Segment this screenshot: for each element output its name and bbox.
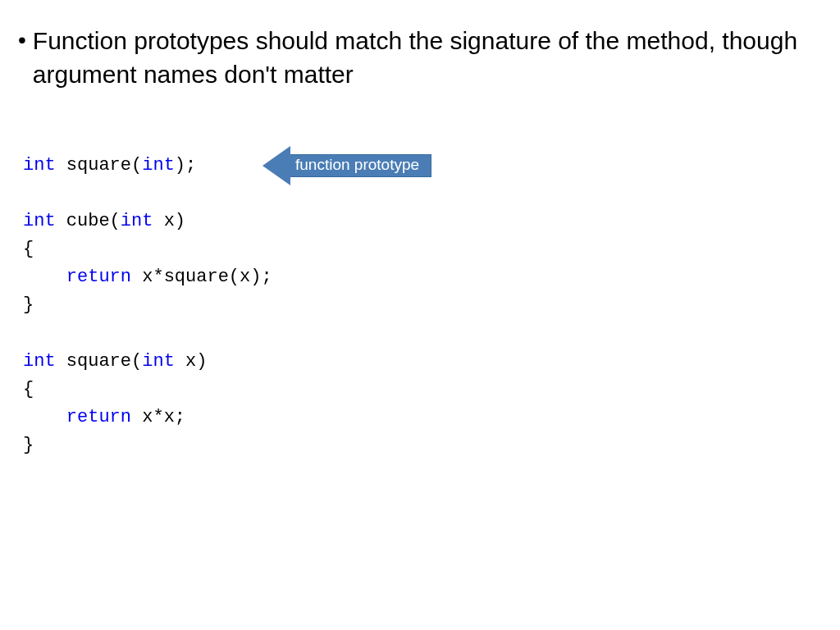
code-text: }: [23, 435, 34, 455]
code-text: square(: [56, 155, 143, 176]
code-text: x*x;: [131, 407, 185, 427]
code-keyword: int: [142, 351, 175, 372]
code-text: x*square(x);: [131, 267, 272, 287]
code-indent: [23, 407, 66, 427]
code-block: int square(int); int cube(int x) { retur…: [23, 152, 272, 459]
code-text: cube(: [56, 211, 121, 231]
bullet-item: • Function prototypes should match the s…: [18, 25, 815, 91]
code-text: x): [175, 351, 208, 372]
code-keyword: int: [23, 211, 56, 231]
callout-arrow-label: function prototype: [262, 146, 431, 185]
code-keyword: int: [142, 155, 175, 176]
code-keyword: int: [23, 155, 56, 176]
code-text: {: [23, 379, 34, 399]
bullet-text: Function prototypes should match the sig…: [33, 25, 815, 91]
code-keyword: return: [66, 407, 131, 427]
code-indent: [23, 267, 66, 287]
callout-body: function prototype: [290, 154, 431, 177]
code-keyword: int: [23, 351, 56, 372]
code-text: square(: [56, 351, 143, 372]
arrow-left-icon: [262, 146, 290, 185]
code-text: {: [23, 239, 34, 259]
code-keyword: return: [66, 267, 131, 287]
code-text: x): [153, 211, 185, 231]
code-text: );: [175, 155, 196, 176]
callout-label: function prototype: [295, 157, 419, 173]
bullet-dot-icon: •: [18, 25, 26, 56]
code-text: }: [23, 294, 34, 315]
bullet-section: • Function prototypes should match the s…: [18, 25, 815, 91]
code-keyword: int: [121, 211, 153, 231]
